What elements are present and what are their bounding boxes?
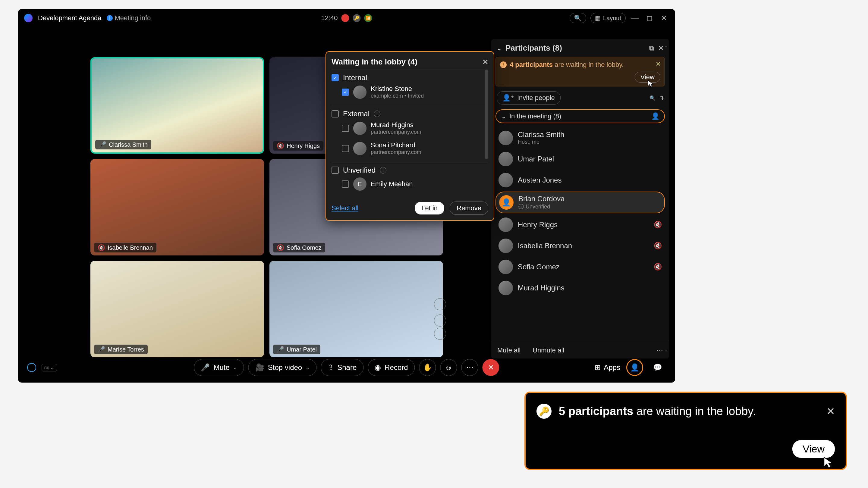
participant-name-label: 🔇 Henry Riggs <box>273 141 323 151</box>
leave-meeting-button[interactable]: ✕ <box>483 359 499 376</box>
close-toast-button[interactable]: ✕ <box>827 405 835 417</box>
mic-muted-icon: 🔇 <box>277 142 284 150</box>
lobby-person-row[interactable]: Sonali Pitchardpartnercompany.com <box>332 138 488 158</box>
in-meeting-section[interactable]: ⌄ In the meeting (8) 👤 <box>495 109 665 123</box>
recording-indicator-icon[interactable] <box>341 14 349 22</box>
brand-icon <box>24 14 33 22</box>
info-icon[interactable]: i <box>380 167 386 173</box>
lobby-group-header[interactable]: ✓ Internal <box>332 73 488 82</box>
let-in-button[interactable]: Let in <box>415 202 444 215</box>
remove-button[interactable]: Remove <box>450 201 488 215</box>
apps-icon: ⊞ <box>595 363 601 372</box>
lobby-scrollbar[interactable] <box>485 70 488 159</box>
reactions-button[interactable]: ☺ <box>440 359 457 376</box>
mic-icon: 🎤 <box>99 141 106 148</box>
participant-row[interactable]: 👤 Brian Cordova ⓘUnverified <box>495 192 665 213</box>
meeting-info-link[interactable]: i Meeting info <box>107 14 151 22</box>
more-options-button[interactable]: ⋯ <box>461 359 478 376</box>
participant-name-label: 🔇 Sofia Gomez <box>273 243 325 253</box>
lobby-group-header[interactable]: External i <box>332 110 488 118</box>
chevron-down-icon: ⌄ <box>501 112 506 120</box>
search-participants-button[interactable]: 🔍 <box>650 95 655 101</box>
checkbox[interactable] <box>332 167 339 174</box>
lobby-person-row[interactable]: Murad Higginspartnercompany.com <box>332 118 488 138</box>
key-icon: 🔑 <box>536 404 552 419</box>
video-feed <box>92 59 263 153</box>
participants-button[interactable]: 👤 <box>626 359 643 376</box>
participant-row[interactable]: Austen Jones <box>495 170 665 190</box>
mic-icon: 🎤 <box>98 346 105 353</box>
promote-button[interactable]: ↑ <box>434 298 446 310</box>
unmute-all-button[interactable]: Unmute all <box>532 347 564 354</box>
dismiss-alert-button[interactable]: ✕ <box>655 60 661 68</box>
checkbox[interactable] <box>342 145 349 152</box>
checkbox[interactable]: ✓ <box>342 89 349 96</box>
participant-row[interactable]: Sofia Gomez 🔇 <box>495 257 665 276</box>
scroll-down-button[interactable]: ⌄ <box>434 328 446 340</box>
mic-icon: 🎤 <box>277 346 284 353</box>
chevron-down-icon[interactable]: ⌄ <box>497 44 502 52</box>
scrollbar[interactable]: ⌃⌄ <box>664 39 667 358</box>
video-tile[interactable]: 🔇 Isabelle Brennan <box>90 159 264 255</box>
cc-button[interactable]: cc ⌄ <box>41 364 57 371</box>
close-lobby-button[interactable]: ✕ <box>482 58 488 66</box>
participant-subtext: Host, me <box>518 139 564 145</box>
participant-row[interactable]: Isabella Brennan 🔇 <box>495 236 665 255</box>
scroll-up-button[interactable]: ⌃ <box>434 315 446 327</box>
chevron-down-icon[interactable]: ⌄ <box>233 365 237 370</box>
share-button[interactable]: ⇪ Share <box>321 359 364 376</box>
panel-more-button[interactable]: ⋯ <box>656 347 663 354</box>
mic-muted-icon: 🔇 <box>277 244 284 251</box>
checkbox[interactable]: ✓ <box>332 74 339 82</box>
checkbox[interactable] <box>342 181 349 188</box>
checkbox[interactable] <box>332 110 339 118</box>
checkbox[interactable] <box>342 125 349 132</box>
info-icon: i <box>107 15 113 21</box>
select-all-link[interactable]: Select all <box>332 204 358 212</box>
mute-all-button[interactable]: Mute all <box>497 347 521 354</box>
search-button[interactable]: 🔍 <box>569 13 586 23</box>
lobby-person-row[interactable]: ✓ Kristine Stoneexample.com • Invited <box>332 82 488 102</box>
participant-subtext: ⓘUnverified <box>518 203 564 210</box>
sort-participants-button[interactable]: ⇅ <box>660 95 664 101</box>
avatar <box>498 152 513 166</box>
close-panel-icon[interactable]: ✕ <box>658 44 664 52</box>
chat-button[interactable]: 💬 <box>649 359 666 376</box>
network-signal-icon[interactable]: 📶 <box>364 14 372 22</box>
chevron-down-icon[interactable]: ⌄ <box>306 365 310 370</box>
participant-row[interactable]: Henry Riggs 🔇 <box>495 215 665 234</box>
stop-video-button[interactable]: 🎥 Stop video ⌄ <box>248 359 316 376</box>
avatar: E <box>353 177 367 191</box>
lobby-person-row[interactable]: E Emily Meehan <box>332 174 488 194</box>
participant-row[interactable]: Clarissa Smith Host, me <box>495 128 665 148</box>
panel-title: Participants (8) <box>505 43 562 53</box>
video-feed <box>90 159 264 255</box>
participant-name-label: 🎤 Clarissa Smith <box>95 140 151 150</box>
minimize-button[interactable]: — <box>630 13 640 23</box>
popout-icon[interactable]: ⧉ <box>649 44 654 52</box>
layout-button[interactable]: ▦ Layout <box>590 13 626 23</box>
share-icon: ⇪ <box>328 363 334 372</box>
person-plus-icon: 👤⁺ <box>502 94 514 102</box>
view-lobby-button[interactable]: View <box>635 72 660 83</box>
maximize-button[interactable]: ◻ <box>644 13 655 23</box>
close-button[interactable]: ✕ <box>659 13 669 23</box>
invite-people-button[interactable]: 👤⁺ Invite people <box>497 91 561 104</box>
meeting-window: Development Agenda i Meeting info 12:40 … <box>18 9 675 383</box>
video-tile[interactable]: 🎤 Marise Torres <box>90 261 264 357</box>
raise-hand-button[interactable]: ✋ <box>419 359 436 376</box>
video-tile[interactable]: 🎤 Umar Patel <box>270 261 443 357</box>
apps-button[interactable]: ⊞ Apps <box>595 363 620 372</box>
record-button[interactable]: ◉ Record <box>368 359 415 376</box>
toast-view-button[interactable]: View <box>792 440 835 458</box>
encryption-icon[interactable]: 🔑 <box>353 14 361 22</box>
self-view-icon[interactable] <box>27 363 36 372</box>
participant-row[interactable]: Murad Higgins <box>495 278 665 298</box>
video-tile[interactable]: 🎤 Clarissa Smith <box>90 57 264 154</box>
participant-row[interactable]: Umar Patel <box>495 150 665 169</box>
mic-muted-icon: 🔇 <box>654 221 662 229</box>
info-icon[interactable]: i <box>374 110 380 117</box>
mute-button[interactable]: 🎤 Mute ⌄ <box>194 359 244 376</box>
lobby-group-header[interactable]: Unverified i <box>332 166 488 174</box>
person-alert-icon: 👤 <box>651 112 659 120</box>
